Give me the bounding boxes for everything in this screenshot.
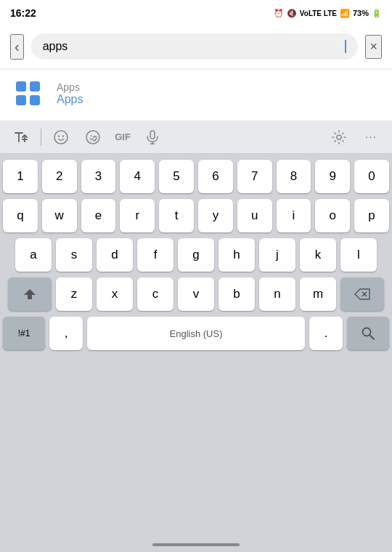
- svg-rect-5: [150, 131, 155, 139]
- key-u[interactable]: u: [237, 199, 272, 232]
- key-d[interactable]: d: [97, 238, 133, 272]
- key-0[interactable]: 0: [354, 160, 389, 193]
- shift-key[interactable]: [8, 277, 52, 311]
- svg-point-8: [337, 135, 341, 139]
- number-row: 1 2 3 4 5 6 7 8 9 0: [3, 160, 389, 193]
- mute-icon: 🔇: [287, 9, 297, 18]
- period-key[interactable]: .: [309, 317, 343, 350]
- key-k[interactable]: k: [300, 238, 336, 272]
- key-2[interactable]: 2: [42, 160, 77, 193]
- home-indicator: [152, 543, 240, 546]
- svg-line-12: [370, 336, 375, 340]
- back-button[interactable]: ‹: [10, 34, 24, 60]
- key-z[interactable]: z: [56, 277, 92, 311]
- cursor: [345, 40, 346, 53]
- zxcv-row: z x c v b n m: [3, 277, 389, 311]
- toolbar-divider-1: [41, 129, 41, 146]
- search-input-wrapper[interactable]: apps: [31, 33, 359, 60]
- asdf-row: a s d f g h j k l: [3, 238, 389, 272]
- svg-point-2: [62, 135, 64, 137]
- more-icon[interactable]: ···: [357, 123, 385, 151]
- backspace-key[interactable]: [340, 277, 384, 311]
- wifi-icon: 📶: [340, 9, 350, 18]
- key-a[interactable]: a: [15, 238, 52, 272]
- keyboard-toolbar: GIF ···: [0, 121, 392, 154]
- icon-dot-3: [16, 95, 26, 105]
- key-j[interactable]: j: [259, 238, 295, 272]
- gif-button[interactable]: GIF: [111, 123, 134, 151]
- apps-icon: [12, 77, 45, 110]
- search-input[interactable]: apps: [43, 40, 345, 53]
- status-bar: 16:22 ⏰ 🔇 VoLTE LTE 📶 73% 🔋: [0, 0, 392, 26]
- key-g[interactable]: g: [178, 238, 214, 272]
- key-6[interactable]: 6: [198, 160, 233, 193]
- key-v[interactable]: v: [178, 277, 214, 311]
- result-label: Apps: [57, 93, 83, 106]
- bottom-bar: [0, 537, 392, 552]
- key-9[interactable]: 9: [315, 160, 350, 193]
- key-8[interactable]: 8: [277, 160, 311, 193]
- svg-point-4: [91, 135, 92, 137]
- status-time: 16:22: [10, 7, 36, 19]
- key-y[interactable]: y: [198, 199, 233, 232]
- sticker-icon[interactable]: [79, 123, 107, 151]
- key-1[interactable]: 1: [3, 160, 38, 193]
- emoji-icon[interactable]: [47, 123, 75, 151]
- result-text-group: Apps Apps: [57, 81, 83, 106]
- icon-dot-4: [30, 95, 40, 105]
- icon-dot-1: [16, 81, 26, 92]
- key-o[interactable]: o: [315, 199, 350, 232]
- mic-icon[interactable]: [139, 123, 166, 151]
- key-w[interactable]: w: [42, 199, 77, 232]
- comma-key[interactable]: ,: [49, 317, 83, 350]
- svg-point-1: [58, 135, 60, 137]
- battery-icon: 🔋: [372, 9, 382, 18]
- key-m[interactable]: m: [300, 277, 336, 311]
- alarm-icon: ⏰: [274, 9, 284, 18]
- key-f[interactable]: f: [137, 238, 173, 272]
- spacebar-key[interactable]: English (US): [87, 317, 305, 350]
- key-i[interactable]: i: [277, 199, 311, 232]
- keyboard-area: GIF ··· 1 2 3 4 5 6 7: [0, 121, 392, 537]
- search-bar: ‹ apps ×: [0, 26, 392, 68]
- battery-text: 73%: [353, 9, 369, 17]
- key-q[interactable]: q: [3, 199, 38, 232]
- key-t[interactable]: t: [159, 199, 194, 232]
- key-3[interactable]: 3: [81, 160, 116, 193]
- transform-text-icon[interactable]: [7, 123, 35, 151]
- search-result-item[interactable]: Apps Apps: [0, 70, 392, 121]
- key-5[interactable]: 5: [159, 160, 194, 193]
- status-icons: ⏰ 🔇 VoLTE LTE 📶 73% 🔋: [274, 9, 382, 18]
- key-c[interactable]: c: [137, 277, 173, 311]
- key-s[interactable]: s: [56, 238, 92, 272]
- settings-icon[interactable]: [325, 123, 353, 151]
- key-p[interactable]: p: [354, 199, 389, 232]
- svg-point-0: [54, 131, 68, 144]
- symbol-key[interactable]: !#1: [3, 317, 45, 350]
- icon-dot-2: [30, 81, 40, 92]
- key-e[interactable]: e: [81, 199, 116, 232]
- signal-icon: VoLTE LTE: [300, 9, 337, 17]
- result-category: Apps: [57, 81, 83, 93]
- key-x[interactable]: x: [97, 277, 133, 311]
- search-key[interactable]: [347, 317, 389, 350]
- key-b[interactable]: b: [219, 277, 255, 311]
- key-7[interactable]: 7: [237, 160, 272, 193]
- keyboard-keys: 1 2 3 4 5 6 7 8 9 0 q w e r t y u i o p …: [0, 154, 392, 537]
- key-r[interactable]: r: [120, 199, 155, 232]
- clear-button[interactable]: ×: [365, 35, 382, 59]
- key-4[interactable]: 4: [120, 160, 155, 193]
- key-h[interactable]: h: [219, 238, 255, 272]
- key-n[interactable]: n: [259, 277, 295, 311]
- key-l[interactable]: l: [340, 238, 377, 272]
- qwerty-row: q w e r t y u i o p: [3, 199, 389, 232]
- bottom-row: !#1 , English (US) .: [3, 317, 389, 350]
